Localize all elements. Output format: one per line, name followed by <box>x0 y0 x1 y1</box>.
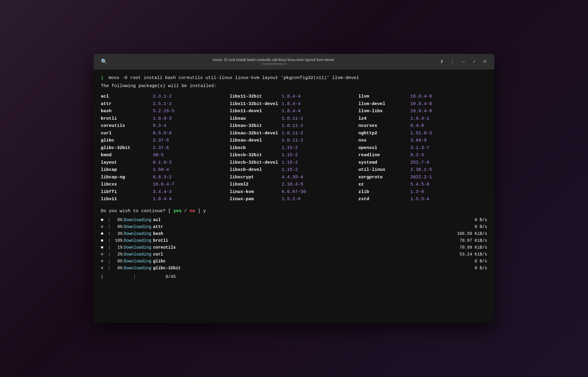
pkg-name: xorgproto <box>358 174 409 181</box>
dl-progress-icon: ≡ <box>101 251 106 258</box>
pkg-version: 2.3.1-2 <box>152 93 185 100</box>
list-item: ≡ | 0% Downloading glibc 0 B/s <box>101 258 487 264</box>
pkg-name: libxau-32bit-devel <box>230 130 281 137</box>
table-row: libxcb-devel1.15-2 <box>230 166 359 174</box>
dl-sep: | <box>108 244 110 251</box>
pkg-version: 1.15-2 <box>281 145 313 152</box>
table-row: linux-pam1.5.2-6 <box>230 196 359 203</box>
pkg-name: lz4 <box>358 115 409 122</box>
table-row: kmod30-5 <box>101 152 230 159</box>
pkg-version: 16.0.4-8 <box>409 108 442 115</box>
table-row: brotli1.0.9-3 <box>101 115 230 123</box>
window-title: moss -D root install bash coreutils util… <box>110 57 437 62</box>
table-row: libxcb-32bit1.15-2 <box>230 152 359 159</box>
menu-icon: ⋮ <box>450 58 456 65</box>
table-row: acl2.3.1-2 <box>101 93 230 101</box>
pkg-name: zlib <box>358 189 409 196</box>
list-item: ≡ | 0% Downloading attr 0 B/s <box>101 224 487 230</box>
dl-label: Downloading <box>124 231 151 237</box>
pkg-name: glibc <box>101 137 152 144</box>
upload-button[interactable]: ⬆ <box>437 57 447 66</box>
pkg-name: openssl <box>358 145 409 152</box>
pkg-version: 3.1.3-7 <box>409 145 442 152</box>
maximize-icon: ⤢ <box>473 59 476 64</box>
dl-percent: 1% <box>112 244 122 251</box>
info-line: The following package(s) will be install… <box>101 83 487 90</box>
dl-progress-icon: ■ <box>101 244 106 251</box>
dl-speed: 70.97 KiB/s <box>460 238 487 244</box>
table-row: llvm-libs16.0.4-8 <box>358 108 487 115</box>
pkg-name: libx11 <box>101 196 152 203</box>
pkg-name: libxau-32bit <box>230 123 281 130</box>
dl-sep: | <box>108 231 110 237</box>
table-row: systemd252.7-9 <box>358 159 487 167</box>
list-item: ■ | 0% Downloading acl 0 B/s <box>101 217 487 223</box>
pkg-version: 1.15-2 <box>281 167 313 174</box>
dl-speed: 0 B/s <box>475 265 487 271</box>
slash: / <box>184 209 187 214</box>
pkg-version: 2.38.1-5 <box>409 167 442 174</box>
table-row: lz41.9.4-1 <box>358 115 487 123</box>
pkg-name: libxcb-32bit <box>230 152 281 159</box>
list-item: ≡ | 0% Downloading glibc-32bit 0 B/s <box>101 265 487 271</box>
bracket-end: ] y <box>198 209 206 214</box>
table-row: libxcb1.15-2 <box>230 145 359 152</box>
yes-label: yes <box>173 209 182 214</box>
pkg-version: 5.4.5-8 <box>409 181 442 188</box>
pkg-version: 4.4.35-4 <box>281 174 313 181</box>
pkg-name: ncurses <box>358 123 409 130</box>
pkg-version: 3.94-9 <box>409 137 442 144</box>
table-row: libxau-32bit-devel1.0.11-2 <box>230 130 359 137</box>
dl-label: Downloading <box>124 224 151 230</box>
pkg-version: 2.37-6 <box>152 145 185 152</box>
pkg-name: libxcrypt <box>230 174 281 181</box>
table-row: zstd1.5.5-4 <box>358 196 487 203</box>
pkg-name: llvm-libs <box>358 108 409 115</box>
titlebar: 🔍 moss -D root install bash coreutils ut… <box>94 54 494 69</box>
close-button[interactable]: ✕ <box>480 57 490 66</box>
upload-icon: ⬆ <box>440 59 444 64</box>
table-row: llvm-devel16.0.4-8 <box>358 101 487 108</box>
terminal-body[interactable]: } moss -D root install bash coreutils ut… <box>94 69 494 323</box>
pkg-name: zstd <box>358 196 409 203</box>
dl-package: glibc <box>153 258 166 264</box>
pkg-name: llvm <box>358 93 409 100</box>
terminal-window: 🔍 moss -D root install bash coreutils ut… <box>94 54 494 323</box>
list-item: ■ | 1% Downloading coreutils 70.99 KiB/s <box>101 244 487 251</box>
pkg-version: 30-5 <box>152 152 185 159</box>
dl-progress-icon: ≡ <box>101 224 106 230</box>
pkg-version: 252.7-9 <box>409 159 442 166</box>
table-row: libcap-ng0.8.3-2 <box>101 174 230 181</box>
dl-percent: 0% <box>112 258 122 264</box>
command-text: moss -D root install bash coreutils util… <box>109 75 359 80</box>
dl-package: coreutils <box>153 244 176 251</box>
maximize-button[interactable]: ⤢ <box>469 57 479 66</box>
table-row: libx11-devel1.8.4-4 <box>230 108 359 115</box>
dl-percent: 3% <box>112 231 122 237</box>
window-controls: ⬆ ⋮ ─ ⤢ ✕ <box>437 57 490 66</box>
search-button[interactable]: 🔍 <box>98 57 110 66</box>
progress-separator: | <box>133 274 135 280</box>
pkg-version: 1.0.11-2 <box>281 123 313 130</box>
prompt-line: } moss -D root install bash coreutils ut… <box>101 75 487 82</box>
pkg-version: 2.10.4-5 <box>281 181 313 188</box>
pkg-name: brotli <box>101 115 152 122</box>
dl-package: curl <box>153 251 163 258</box>
table-row: openssl3.1.3-7 <box>358 145 487 152</box>
table-row: coreutils9.3-4 <box>101 122 230 130</box>
pkg-name: xz <box>358 181 409 188</box>
dl-label: Downloading <box>124 258 151 264</box>
pkg-name: systemd <box>358 159 409 166</box>
menu-button[interactable]: ⋮ <box>448 57 457 66</box>
pkg-name: nghttp2 <box>358 130 409 137</box>
pkg-version: 1.3-9 <box>409 189 442 196</box>
pkg-col-1: acl2.3.1-2attr2.5.1-2bash5.2.15-5brotli1… <box>101 93 230 203</box>
minimize-button[interactable]: ─ <box>458 57 468 66</box>
no-label: no <box>190 209 195 214</box>
dl-percent: 2% <box>112 251 122 258</box>
pkg-version: 1.8.4-4 <box>152 196 185 203</box>
pkg-version: 2.37-6 <box>152 137 185 144</box>
pkg-name: layout <box>101 159 152 166</box>
progress-count: 0/45 <box>166 274 176 280</box>
table-row: xorgproto2022.2-1 <box>358 174 487 181</box>
